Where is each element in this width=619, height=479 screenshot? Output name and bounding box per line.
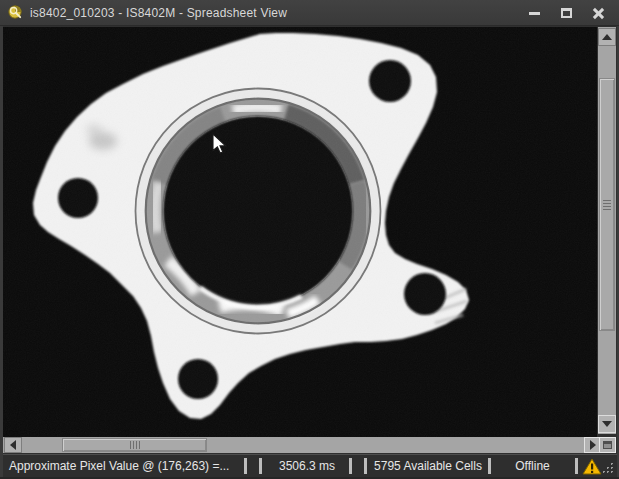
status-separator[interactable] [259,458,262,474]
scroll-down-button[interactable] [598,415,616,433]
vertical-scroll-thumb[interactable] [599,78,615,331]
app-window: is8402_010203 - IS8402M - Spreadsheet Vi… [0,0,619,479]
scroll-up-button[interactable] [598,28,616,46]
minimize-icon [529,12,540,15]
scroll-corner-button[interactable] [599,437,616,453]
minimize-button[interactable] [521,3,547,23]
status-separator[interactable] [575,458,578,474]
status-separator[interactable] [488,458,491,474]
resize-grip-icon[interactable] [602,462,615,475]
horizontal-scroll-thumb[interactable] [62,438,207,452]
window-controls [521,0,611,26]
view-corner-icon [603,441,612,449]
horizontal-scrollbar[interactable] [3,437,597,453]
status-bar: Approximate Pixel Value @ (176,263) =...… [3,454,617,477]
image-viewport[interactable] [3,27,597,437]
window-title: is8402_010203 - IS8402M - Spreadsheet Vi… [30,6,287,20]
scroll-left-button[interactable] [4,437,22,453]
maximize-button[interactable] [553,3,579,23]
maximize-icon [561,8,572,18]
arrow-down-icon [602,421,612,427]
status-separator[interactable] [244,458,247,474]
close-icon [592,7,605,20]
close-button[interactable] [585,3,611,23]
vertical-scrollbar[interactable] [598,27,616,434]
warning-triangle-icon[interactable] [582,458,602,475]
status-separator[interactable] [364,458,367,474]
arrow-up-icon [602,34,612,40]
camera-image [3,27,597,437]
connection-status: Offline [492,455,573,477]
pixel-value-status: Approximate Pixel Value @ (176,263) =... [9,455,245,477]
arrow-right-icon [590,440,596,450]
title-bar[interactable]: is8402_010203 - IS8402M - Spreadsheet Vi… [0,0,619,26]
insight-lens-icon [8,5,23,20]
status-separator[interactable] [349,458,352,474]
available-cells-status: 5795 Available Cells [369,455,487,477]
acquisition-time-status: 3506.3 ms [265,455,349,477]
arrow-left-icon [10,440,16,450]
